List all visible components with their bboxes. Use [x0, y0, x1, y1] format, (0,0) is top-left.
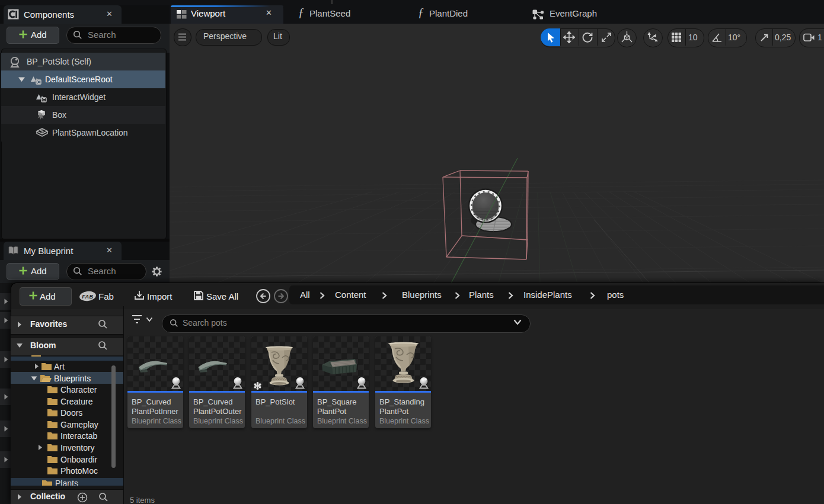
- svg-text:FAB: FAB: [82, 294, 93, 300]
